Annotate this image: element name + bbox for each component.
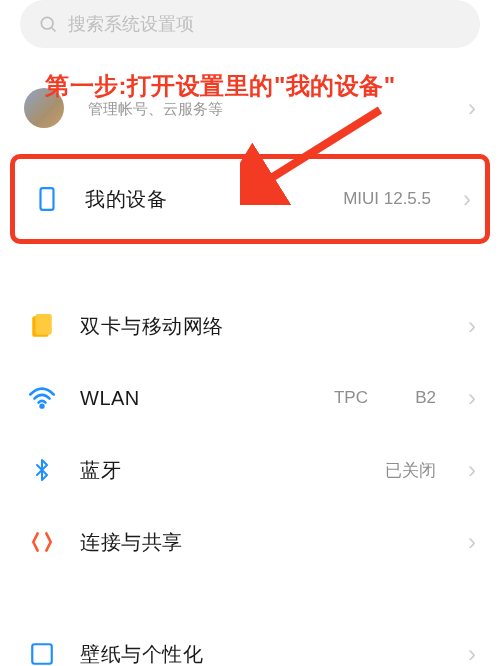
chevron-right-icon: › [463, 185, 471, 213]
sim-row[interactable]: 双卡与移动网络 › [0, 290, 500, 362]
wlan-title: WLAN [80, 387, 310, 410]
svg-line-1 [52, 28, 56, 32]
svg-point-0 [41, 17, 53, 29]
search-bar[interactable]: 搜索系统设置项 [20, 0, 480, 48]
bluetooth-icon [28, 456, 56, 484]
svg-rect-2 [41, 188, 54, 210]
bluetooth-value: 已关闭 [385, 459, 436, 482]
search-icon [38, 14, 58, 34]
svg-line-8 [260, 110, 380, 185]
arrow-annotation [240, 105, 390, 205]
chevron-right-icon: › [468, 94, 476, 122]
wallpaper-row[interactable]: 壁纸与个性化 › [0, 618, 500, 666]
wifi-icon [28, 384, 56, 412]
callout-text: 第一步:打开设置里的"我的设备" [45, 70, 396, 102]
svg-rect-6 [32, 644, 52, 664]
share-icon [28, 528, 56, 556]
chevron-right-icon: › [468, 384, 476, 412]
chevron-right-icon: › [468, 528, 476, 556]
sim-title: 双卡与移动网络 [80, 313, 444, 340]
search-placeholder: 搜索系统设置项 [68, 12, 194, 36]
bluetooth-title: 蓝牙 [80, 457, 361, 484]
chevron-right-icon: › [468, 640, 476, 666]
svg-point-5 [41, 405, 44, 408]
chevron-right-icon: › [468, 456, 476, 484]
chevron-right-icon: › [468, 312, 476, 340]
phone-icon [33, 185, 61, 213]
wallpaper-icon [28, 640, 56, 666]
bluetooth-row[interactable]: 蓝牙 已关闭 › [0, 434, 500, 506]
wlan-value: TPC B2 [334, 388, 436, 408]
connect-share-row[interactable]: 连接与共享 › [0, 506, 500, 578]
sim-icon [28, 312, 56, 340]
wlan-row[interactable]: WLAN TPC B2 › [0, 362, 500, 434]
connect-share-title: 连接与共享 [80, 529, 444, 556]
wallpaper-title: 壁纸与个性化 [80, 641, 444, 667]
svg-rect-4 [36, 314, 52, 335]
